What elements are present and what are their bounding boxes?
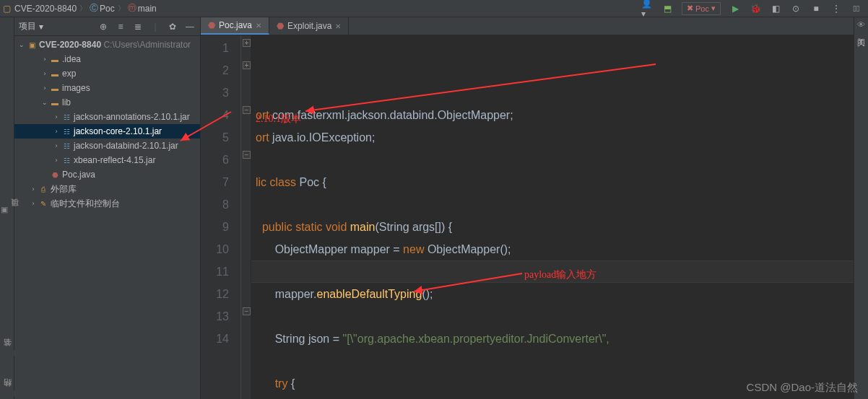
tree-item-label: lib (62, 97, 71, 108)
tree-item[interactable]: ›▬images (14, 81, 200, 95)
close-tab-icon[interactable]: ✕ (256, 22, 261, 30)
translate-icon[interactable]: 文̲ (851, 3, 862, 14)
expand-icon: › (29, 200, 38, 207)
tree-item[interactable]: ›▬exp (14, 66, 200, 81)
java-class-icon: ⬣ (208, 20, 215, 30)
chevron-right-icon: 〉 (118, 4, 125, 14)
tree-item[interactable]: ›⎙外部库 (14, 182, 200, 196)
collapse-all-icon[interactable]: ≡ (115, 21, 126, 32)
project-panel-header: 项目 ▾ ⊕ ≡ ≣ | ✿ — (14, 17, 200, 36)
coverage-icon[interactable]: ◧ (770, 3, 781, 14)
crumb-label: CVE-2020-8840 (14, 4, 77, 14)
code-content[interactable]: ort com.fasterxml.jackson.databind.Objec… (251, 35, 854, 399)
tree-item[interactable]: ›✎临时文件和控制台 (14, 196, 200, 211)
close-tab-icon[interactable]: ✕ (335, 22, 341, 30)
profile-icon[interactable]: ⊙ (790, 3, 802, 14)
fold-marker-icon[interactable]: − (243, 307, 251, 315)
tree-item[interactable]: ›▬.idea (14, 52, 200, 66)
user-icon[interactable]: 👤▾ (641, 3, 653, 14)
chevron-down-icon: ▾ (711, 4, 716, 13)
tree-item-label: xbean-reflect-4.15.jar (74, 155, 155, 165)
tree-root-name: CVE-2020-8840 (39, 40, 101, 50)
folder-icon: ▣ (26, 40, 38, 50)
tree-item-label: jackson-core-2.10.1.jar (74, 126, 162, 136)
file-icon: ▬ (49, 54, 61, 64)
chevron-down-icon: ⌄ (17, 41, 26, 48)
project-panel-title[interactable]: 项目 ▾ (19, 20, 43, 32)
left-gutter-structure[interactable]: 结构 (0, 390, 14, 396)
line-gutter: 1234567891011121314 (201, 35, 241, 399)
hide-icon[interactable]: — (184, 21, 196, 32)
tab-exploit[interactable]: ⬣ Exploit.java ✕ (269, 17, 349, 35)
expand-icon: › (40, 70, 49, 77)
file-icon: ☷ (61, 155, 72, 165)
crumb-class[interactable]: Ⓒ Poc (90, 2, 115, 14)
crumb-label: main (138, 4, 157, 14)
tree-item-label: exp (62, 69, 76, 79)
expand-icon: › (52, 142, 61, 149)
run-config-label: Poc (695, 4, 709, 13)
cancel-icon: ✖ (687, 4, 693, 13)
left-gutter-bookmarks[interactable]: 书签 (0, 350, 14, 356)
breadcrumb: ▢ CVE-2020-8840 〉 Ⓒ Poc 〉 ⓜ main (0, 2, 157, 14)
more-icon[interactable]: ⋮ (830, 3, 842, 14)
settings-icon[interactable]: ✿ (167, 21, 178, 32)
main-area: ▣ 项目 项目 ▾ ⊕ ≡ ≣ | ✿ — ⌄ ▣ CVE-2020-8840 (0, 17, 868, 399)
tree-item-label: Poc.java (62, 170, 95, 180)
tree-root-path: C:\Users\Administrator (103, 40, 191, 50)
tree-root[interactable]: ⌄ ▣ CVE-2020-8840 C:\Users\Administrator (14, 38, 200, 52)
tree-item[interactable]: ⌄▬lib (14, 95, 200, 110)
right-tool-gutter: 👁 关闭 (854, 17, 868, 399)
tree-item[interactable]: ›☷jackson-databind-2.10.1.jar (14, 139, 200, 153)
stop-icon[interactable]: ■ (810, 3, 822, 14)
tree-item[interactable]: ›☷jackson-core-2.10.1.jar (14, 124, 200, 139)
expand-all-icon[interactable]: ≣ (132, 21, 144, 32)
chevron-right-icon: 〉 (79, 4, 87, 14)
fold-column: + + − − − (241, 35, 251, 399)
tree-item-label: 外部库 (51, 183, 77, 196)
editor-tabs: ⬣ Poc.java ✕ ⬣ Exploit.java ✕ (201, 17, 854, 35)
divider-icon: | (149, 21, 161, 32)
build-icon[interactable]: ⬒ (661, 3, 673, 14)
fold-marker-icon[interactable]: − (243, 106, 251, 114)
crumb-method[interactable]: ⓜ main (128, 2, 157, 14)
class-icon: Ⓒ (90, 2, 98, 14)
tree-item[interactable]: ›☷xbean-reflect-4.15.jar (14, 153, 200, 167)
file-icon: ▬ (49, 69, 61, 79)
crumb-project[interactable]: ▢ CVE-2020-8840 (3, 4, 77, 14)
tree-item-label: .idea (62, 54, 81, 64)
project-tree: ⌄ ▣ CVE-2020-8840 C:\Users\Administrator… (14, 36, 200, 212)
select-opened-file-icon[interactable]: ⊕ (97, 21, 109, 32)
file-icon: ▬ (49, 97, 61, 108)
left-tool-gutter: ▣ 项目 (0, 17, 14, 399)
expand-icon: › (40, 56, 49, 63)
file-icon: ⬣ (49, 170, 61, 180)
expand-icon: › (52, 128, 61, 135)
top-toolbar: ▢ CVE-2020-8840 〉 Ⓒ Poc 〉 ⓜ main 👤▾ ⬒ ✖ … (0, 0, 868, 17)
editor-area: ⬣ Poc.java ✕ ⬣ Exploit.java ✕ 1234567891… (201, 17, 854, 399)
run-config-selector[interactable]: ✖ Poc ▾ (682, 2, 721, 15)
inspections-icon[interactable]: 👁 (857, 20, 865, 29)
expand-icon: › (52, 157, 61, 164)
file-icon: ✎ (38, 198, 49, 209)
java-class-icon: ⬣ (277, 21, 284, 31)
tab-label: Exploit.java (287, 21, 331, 31)
fold-marker-icon[interactable]: + (243, 61, 251, 69)
fold-marker-icon[interactable]: − (243, 151, 251, 159)
tree-item-label: 临时文件和控制台 (51, 198, 120, 210)
folder-icon: ▢ (3, 4, 13, 14)
method-icon: ⓜ (128, 2, 136, 14)
code-editor[interactable]: 1234567891011121314 + + − − − ort com.fa… (201, 35, 854, 399)
expand-icon: › (29, 185, 38, 193)
file-icon: ☷ (61, 126, 72, 136)
crumb-label: Poc (100, 4, 115, 14)
debug-icon[interactable]: 🐞 (750, 3, 761, 14)
project-tool-icon[interactable]: ▣ (0, 205, 9, 214)
tree-item[interactable]: ›☷jackson-annotations-2.10.1.jar (14, 110, 200, 124)
tree-item-label: images (62, 83, 90, 93)
tab-poc[interactable]: ⬣ Poc.java ✕ (201, 17, 269, 35)
fold-marker-icon[interactable]: + (243, 39, 251, 47)
file-icon: ⎙ (38, 184, 49, 194)
run-icon[interactable]: ▶ (729, 3, 741, 14)
tree-item[interactable]: ⬣Poc.java (14, 167, 200, 182)
